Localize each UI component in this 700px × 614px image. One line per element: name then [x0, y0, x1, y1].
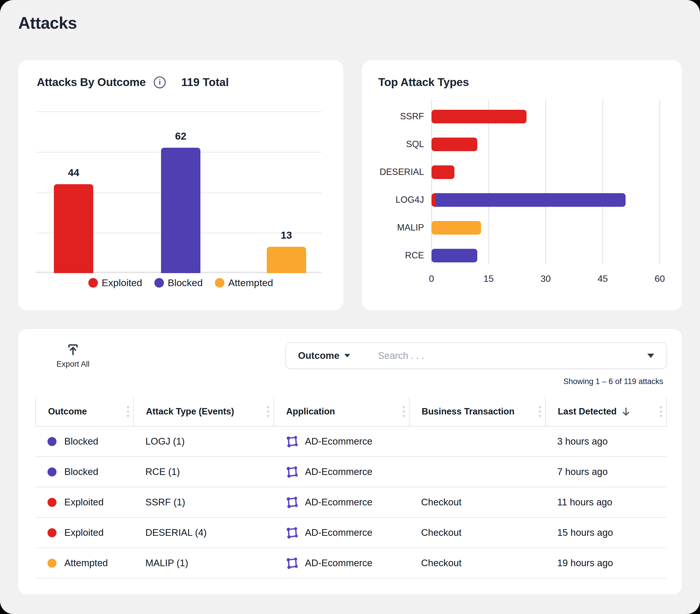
hbar-row: LOG4J	[378, 186, 660, 214]
bar[interactable]	[267, 247, 306, 273]
column-header[interactable]: Outcome	[35, 397, 133, 426]
application-cell: AD-Ecommerce	[273, 518, 409, 547]
chevron-down-icon	[345, 354, 350, 358]
x-tick-label: 45	[598, 273, 608, 284]
table-row[interactable]: Blocked LOGJ (1) AD-Ecommerce 3 hours ag…	[35, 427, 667, 457]
outcome-bar-chart: 44 62 13	[36, 111, 322, 273]
business-transaction-cell	[409, 457, 545, 487]
last-detected-cell: 7 hours ago	[545, 457, 667, 487]
category-label: DESERIAL	[378, 167, 432, 177]
application-icon	[286, 526, 299, 539]
bar-track	[432, 110, 660, 123]
column-menu-icon[interactable]	[127, 406, 129, 417]
bar[interactable]	[432, 249, 477, 262]
export-icon	[66, 342, 80, 356]
legend-label: Blocked	[168, 277, 203, 288]
outcome-cell: Blocked	[35, 457, 133, 487]
application-name: AD-Ecommerce	[305, 497, 373, 508]
bar[interactable]	[432, 193, 626, 207]
bar-segment-exploited	[432, 110, 526, 123]
business-transaction-cell: Checkout	[409, 487, 545, 517]
bar-track	[432, 193, 660, 207]
application-icon	[286, 435, 299, 448]
charts-row: Attacks By Outcome i 119 Total 44 62 13 …	[18, 60, 682, 310]
bar[interactable]	[432, 110, 526, 123]
business-transaction-cell: Checkout	[409, 518, 545, 547]
search-input[interactable]	[378, 350, 647, 361]
column-header[interactable]: Business Transaction	[409, 397, 545, 426]
column-header-label: Attack Type (Events)	[146, 406, 234, 417]
hbar-row: RCE	[378, 241, 660, 270]
column-menu-icon[interactable]	[402, 406, 405, 417]
hbar-row: MALIP	[378, 214, 660, 241]
legend-dot	[88, 278, 98, 288]
bar-column: 44	[54, 111, 93, 273]
attack-types-bar-chart: SSRF SQL DESERIAL LOG4J MALIP RCE 015304…	[378, 102, 660, 286]
table-row[interactable]: Exploited DESERIAL (4) AD-Ecommerce Chec…	[35, 518, 667, 548]
attack-type-cell: LOGJ (1)	[133, 427, 273, 456]
attack-type-cell: SSRF (1)	[133, 487, 273, 517]
bar-track	[432, 221, 660, 235]
types-chart-title: Top Attack Types	[378, 76, 469, 89]
outcome-cell: Exploited	[35, 487, 133, 517]
sort-descending-icon[interactable]	[621, 406, 632, 417]
outcome-status-dot	[48, 437, 57, 446]
search-filter-bar[interactable]: Outcome	[285, 342, 667, 369]
legend-label: Exploited	[102, 277, 142, 288]
dropdown-caret-icon[interactable]	[647, 354, 654, 358]
column-header[interactable]: Application	[273, 397, 409, 426]
table-row[interactable]: Attempted MALIP (1) AD-Ecommerce Checkou…	[35, 548, 667, 579]
last-detected-cell: 15 hours ago	[545, 518, 667, 547]
outcome-status-dot	[48, 559, 57, 568]
business-transaction-cell: Checkout	[409, 548, 545, 578]
legend-label: Attempted	[228, 277, 273, 288]
showing-count: Showing 1 – 6 of 119 attacks	[18, 377, 663, 386]
bar-segment-blocked	[432, 249, 477, 262]
bars-layer: SSRF SQL DESERIAL LOG4J MALIP RCE	[378, 102, 660, 270]
x-axis: 015304560	[432, 273, 660, 286]
legend-item: Exploited	[88, 277, 142, 288]
page-title: Attacks	[18, 13, 682, 33]
category-label: SQL	[378, 139, 432, 149]
column-header-label: Last Detected	[558, 406, 616, 417]
bar-segment-exploited	[432, 165, 454, 179]
bar[interactable]	[432, 165, 454, 179]
bar-track	[432, 249, 660, 262]
bar-segment-exploited	[432, 193, 435, 207]
outcome-status-dot	[48, 498, 57, 507]
attacks-table-card: Export All Outcome Showing 1 – 6 of 119 …	[18, 329, 682, 594]
application-cell: AD-Ecommerce	[273, 487, 409, 517]
outcome-value: Attempted	[64, 557, 108, 568]
attack-type-cell: RCE (1)	[133, 457, 273, 487]
info-icon[interactable]: i	[154, 76, 166, 88]
column-menu-icon[interactable]	[660, 406, 662, 417]
export-all-button[interactable]: Export All	[57, 342, 89, 369]
application-cell: AD-Ecommerce	[273, 548, 409, 578]
column-header[interactable]: Last Detected	[545, 397, 667, 426]
bar[interactable]	[54, 184, 93, 273]
hbar-row: SSRF	[378, 102, 660, 130]
outcome-chart-title: Attacks By Outcome	[37, 76, 146, 89]
bar[interactable]	[432, 138, 477, 151]
table-row[interactable]: Exploited SSRF (1) AD-Ecommerce Checkout…	[35, 487, 667, 518]
bar-track	[432, 165, 660, 179]
application-cell: AD-Ecommerce	[273, 427, 409, 456]
legend-item: Blocked	[154, 277, 203, 288]
column-header[interactable]: Attack Type (Events)	[133, 397, 273, 426]
application-name: AD-Ecommerce	[305, 527, 373, 538]
category-label: MALIP	[378, 223, 432, 233]
category-label: SSRF	[378, 111, 432, 122]
legend-dot	[215, 278, 224, 288]
column-menu-icon[interactable]	[539, 406, 541, 417]
legend-item: Attempted	[215, 277, 273, 288]
outcome-filter-dropdown[interactable]: Outcome	[298, 350, 339, 361]
legend-dot	[154, 278, 164, 288]
outcome-value: Exploited	[64, 497, 104, 508]
application-icon	[286, 557, 299, 570]
chart-legend: Exploited Blocked Attempted	[18, 277, 343, 288]
bar[interactable]	[161, 148, 200, 273]
bar[interactable]	[432, 221, 481, 235]
table-row[interactable]: Blocked RCE (1) AD-Ecommerce 7 hours ago	[35, 457, 667, 487]
column-menu-icon[interactable]	[267, 406, 269, 417]
hbar-row: DESERIAL	[378, 158, 660, 186]
